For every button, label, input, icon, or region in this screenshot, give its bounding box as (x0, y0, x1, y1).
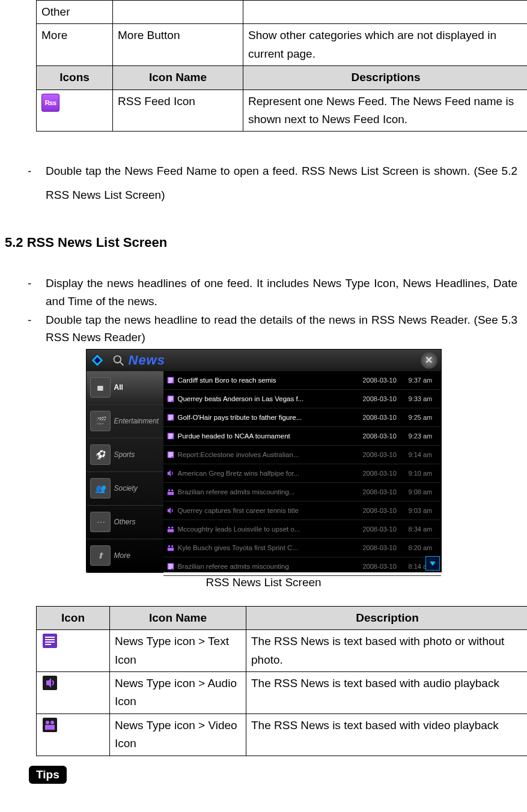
screenshot-caption: RSS News List Screen (5, 576, 522, 589)
svg-rect-13 (168, 401, 171, 401)
svg-rect-56 (45, 725, 55, 730)
cell-more-name: More Button (113, 24, 243, 66)
cell-video-desc: The RSS News is text based with video pl… (246, 714, 528, 756)
cell-rss-name: RSS Feed Icon (113, 89, 243, 132)
svg-rect-43 (168, 567, 172, 568)
news-type-video-icon (166, 487, 175, 497)
news-type-text-icon (166, 394, 175, 404)
svg-rect-42 (168, 566, 172, 566)
cell-video-name: News Type icon > Video Icon (110, 714, 246, 756)
bullet-open-feed: - Double tap the News Feed Name to open … (28, 159, 517, 207)
cell-audio-icon (37, 672, 110, 714)
category-sidebar: ≣ All 🎬 Entertainment ⚽ Sports 👥 Society… (87, 371, 163, 572)
news-date: 2008-03-10 (363, 488, 406, 495)
hdr-descriptions: Descriptions (243, 66, 528, 89)
sidebar-item-entertainment[interactable]: 🎬 Entertainment (87, 405, 163, 438)
news-type-video-icon (166, 524, 175, 534)
sidebar-item-sports[interactable]: ⚽ Sports (87, 438, 163, 472)
cell-other: Other (37, 1, 113, 24)
hdr-icon-name-2: Icon Name (110, 606, 246, 629)
cell-text-desc: The RSS News is text based with photo or… (246, 630, 528, 672)
hdr-icon: Icon (37, 606, 110, 629)
entertainment-icon: 🎬 (90, 411, 111, 431)
close-icon[interactable]: ✕ (421, 352, 437, 369)
news-row[interactable]: Golf-O'Hair pays tribute to father figur… (163, 408, 441, 427)
tips-badge: Tips (29, 766, 67, 784)
svg-rect-49 (45, 641, 55, 643)
others-icon: ⋯ (90, 512, 111, 532)
news-row[interactable]: Kyle Busch gives Toyota first Sprint C..… (163, 539, 441, 557)
news-date: 2008-03-10 (363, 432, 406, 440)
svg-rect-8 (168, 382, 171, 383)
svg-rect-27 (168, 455, 172, 456)
svg-point-54 (46, 721, 49, 724)
rss-feed-icon: Rss (41, 94, 59, 112)
news-time: 9:23 am (409, 432, 439, 440)
svg-rect-48 (45, 639, 55, 640)
news-time: 9:10 am (409, 470, 439, 477)
news-title: Purdue headed to NCAA tournament (178, 432, 361, 440)
svg-rect-25 (168, 452, 172, 453)
svg-rect-26 (168, 454, 172, 455)
news-time: 8:20 am (409, 544, 439, 551)
app-logo-icon[interactable] (87, 350, 108, 371)
svg-rect-22 (168, 437, 172, 437)
svg-rect-20 (168, 434, 172, 434)
svg-marker-29 (167, 470, 170, 477)
news-type-audio-icon (41, 674, 58, 691)
news-date: 2008-03-10 (363, 414, 406, 421)
cell-other-desc (243, 1, 528, 24)
news-date: 2008-03-10 (363, 526, 406, 533)
svg-marker-45 (430, 562, 436, 566)
svg-rect-47 (45, 637, 55, 638)
sidebar-item-society[interactable]: 👥 Society (87, 472, 163, 506)
news-row[interactable]: Querrey captures first career tennis tit… (163, 501, 441, 520)
cell-text-icon (37, 630, 110, 672)
news-title: Brazilian referee admits miscounting... (178, 488, 361, 495)
svg-rect-39 (167, 548, 174, 551)
news-title: Brazilian referee admits miscounting (178, 563, 361, 570)
cell-rss-desc: Represent one News Feed. The News Feed n… (243, 89, 528, 132)
cell-audio-desc: The RSS News is text based with audio pl… (246, 672, 528, 714)
svg-point-35 (171, 527, 173, 529)
svg-point-37 (168, 545, 170, 548)
svg-rect-36 (167, 529, 174, 532)
news-row[interactable]: Report:Ecclestone involves Australian...… (163, 446, 441, 464)
hdr-icon-name: Icon Name (113, 66, 243, 89)
news-type-video-icon (166, 543, 175, 553)
rss-news-list-screenshot: News ✕ ≣ All 🎬 Entertainment ⚽ Sports 👥 … (86, 349, 442, 572)
heading-5-2: 5.2 RSS News List Screen (5, 235, 522, 250)
news-time: 9:37 am (409, 377, 439, 384)
cell-video-icon (37, 714, 110, 756)
bullet-double-tap-read: - Double tap the news headline to read t… (28, 311, 517, 347)
news-row[interactable]: Brazilian referee admits miscounting2008… (163, 557, 441, 576)
news-row[interactable]: American Greg Bretz wins halfpipe for...… (163, 464, 441, 483)
news-title: Cardiff stun Boro to reach semis (178, 377, 361, 384)
svg-rect-44 (168, 568, 171, 569)
news-row[interactable]: Mccoughtry leads Louisville to upset o..… (163, 520, 441, 539)
cell-text-name: News Type icon > Text Icon (110, 630, 246, 672)
news-type-video-icon (41, 717, 58, 733)
news-row[interactable]: Cardiff stun Boro to reach semis2008-03-… (163, 371, 441, 390)
news-type-icon-table: Icon Icon Name Description News Type ico… (36, 606, 527, 756)
news-list: Cardiff stun Boro to reach semis2008-03-… (163, 371, 441, 572)
sidebar-item-more[interactable]: ⬆ More (87, 539, 163, 573)
svg-point-2 (114, 356, 121, 363)
svg-point-34 (168, 527, 170, 529)
svg-rect-41 (168, 564, 172, 565)
search-icon[interactable] (108, 350, 129, 371)
news-row[interactable]: Brazilian referee admits miscounting...2… (163, 483, 441, 501)
bullet-display-headlines: - Display the news headlines of one feed… (28, 274, 517, 310)
svg-rect-32 (167, 492, 174, 495)
cell-more-desc: Show other categories which are not disp… (243, 24, 528, 66)
news-time: 9:25 am (409, 414, 439, 421)
sidebar-item-others[interactable]: ⋯ Others (87, 506, 163, 539)
svg-rect-5 (168, 378, 172, 378)
scroll-down-icon[interactable] (425, 556, 440, 571)
news-time: 8:34 am (409, 526, 439, 533)
sidebar-item-all[interactable]: ≣ All (87, 371, 163, 405)
svg-rect-11 (168, 398, 172, 399)
svg-point-38 (171, 545, 173, 548)
news-row[interactable]: Purdue headed to NCAA tournament2008-03-… (163, 427, 441, 446)
news-row[interactable]: Querrey beats Anderson in Las Vegas f...… (163, 390, 441, 408)
